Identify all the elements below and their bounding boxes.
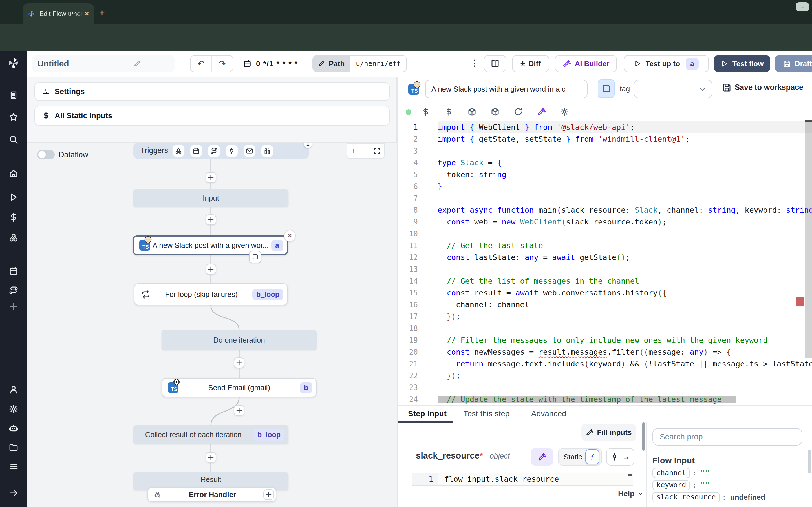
editor-toolbar-gear-icon[interactable] [560,107,569,116]
code-editor[interactable]: 1import { WebClient } from '@slack/web-a… [398,120,812,405]
trigger-poll-icon[interactable] [261,145,273,157]
undo-button[interactable]: ↶ [191,56,212,71]
node-step-a-selected[interactable]: TS A new Slack post with a given wor... … [133,235,288,255]
trigger-mail-icon[interactable] [244,145,255,157]
windmill-logo[interactable] [6,56,21,70]
editor-toolbar-ai-wand-icon[interactable] [537,107,546,116]
editor-toolbar-dollar-icon[interactable] [444,107,453,116]
node-do-one-iteration[interactable]: Do one iteration [161,330,317,350]
delete-node-icon[interactable]: ✕ [284,230,296,242]
insert-step-button[interactable] [206,452,216,463]
help-button[interactable]: Help [618,490,644,498]
sidebar-home-icon[interactable] [9,169,18,178]
test-up-to-button[interactable]: Test up to a [624,55,709,72]
more-options-kebab-icon[interactable]: ⋮ [470,58,479,68]
flow-input-prop-slack_resource[interactable]: slack_resource:undefined [652,492,765,502]
search-prop-input[interactable]: Search prop... [652,428,802,446]
test-up-to-step-badge[interactable]: a [686,58,699,70]
docs-book-button[interactable] [484,55,506,72]
editor-horizontal-scrollbar[interactable] [438,396,737,402]
prop-key[interactable]: channel [652,468,690,478]
triggers-bar[interactable]: Triggers 1 [133,143,309,159]
sidebar-variables-dollar-icon[interactable] [9,213,18,222]
editor-toolbar-package-icon[interactable] [467,107,476,116]
save-to-workspace-button[interactable]: Save to workspace [722,83,803,92]
props-scrollbar-thumb[interactable] [808,450,811,473]
expand-icon[interactable] [374,148,380,154]
add-error-handler-icon[interactable] [263,489,274,500]
edit-name-pencil-icon[interactable] [106,60,168,68]
redo-button[interactable]: ↷ [212,56,233,71]
javascript-expression-icon[interactable]: ƒ [585,449,599,464]
test-flow-button[interactable]: Test flow [714,55,770,72]
flow-graph-canvas[interactable]: Dataflow + − Triggers 1 Input TS A new S… [27,142,397,507]
all-static-inputs-card[interactable]: All Static Inputs [35,106,390,126]
path-control[interactable]: Path u/henri/eff [312,55,407,72]
sidebar-user-icon[interactable] [9,385,18,395]
diff-button[interactable]: ±Diff [512,55,549,72]
prop-key[interactable]: keyword [652,480,690,490]
sidebar-settings-gear-icon[interactable] [9,404,18,414]
sidebar-add-plus-icon[interactable] [9,302,18,311]
sidebar-runs-play-icon[interactable] [9,192,18,202]
tab-test-this-step[interactable]: Test this step [463,409,509,418]
step-summary-input[interactable]: A new Slack post with a given word in a … [425,80,588,98]
trigger-plug-icon[interactable] [226,145,238,157]
settings-card[interactable]: Settings [35,82,390,101]
node-collect-result[interactable]: Collect result of each iteration b_loop [133,425,289,444]
sidebar-routes-icon[interactable] [9,286,18,295]
new-tab-button[interactable]: + [99,7,105,18]
trigger-webhook-icon[interactable] [172,145,185,157]
zoom-out-icon[interactable]: − [362,147,367,156]
tab-search-chevron-icon[interactable]: ⌄ [796,2,809,11]
editor-vertical-scrollbar[interactable] [805,120,812,358]
trigger-calendar-icon[interactable] [190,145,202,157]
fill-inputs-button[interactable]: Fill inputs [581,424,636,441]
sidebar-logs-list-icon[interactable] [9,462,18,471]
input-mode-toggle[interactable]: Static ƒ [558,448,602,466]
schedule-control[interactable]: 0 */1 * * * * [243,55,298,72]
sidebar-resources-cubes-icon[interactable] [9,233,18,242]
insert-step-button[interactable] [234,357,245,368]
browser-tab[interactable]: Edit Flow u/henri/effective_un ✕ [22,3,94,24]
insert-step-button[interactable] [206,214,216,225]
insert-step-button[interactable] [206,172,216,183]
node-error-handler[interactable]: Error Handler [147,487,276,502]
path-value[interactable]: u/henri/eff [350,55,407,72]
path-label-segment[interactable]: Path [312,55,350,72]
node-send-email[interactable]: TS Send Email (gmail) b [161,378,317,397]
zoom-in-icon[interactable]: + [351,147,355,156]
stop-after-step-icon[interactable] [249,251,261,263]
tab-close-icon[interactable]: ✕ [84,10,90,18]
flow-input-prop-keyword[interactable]: keyword:"" [652,480,710,490]
panel-scrollbar-thumb[interactable] [642,422,645,451]
sidebar-favorites-star-icon[interactable] [9,112,18,122]
flow-name-field[interactable]: Untitled [32,55,174,72]
draft-button[interactable]: Draft [775,55,812,72]
tab-advanced[interactable]: Advanced [531,409,566,418]
connect-input-button[interactable]: → [606,448,635,466]
sidebar-schedules-calendar-icon[interactable] [9,266,18,276]
sidebar-folders-icon[interactable] [9,443,18,452]
dataflow-toggle[interactable] [37,150,55,159]
editor-toolbar-dollar-icon[interactable] [421,107,430,116]
insert-step-button[interactable] [234,405,245,416]
step-box-toggle-button[interactable] [598,79,615,98]
prop-key[interactable]: slack_resource [652,492,720,503]
tab-step-input[interactable]: Step Input [408,409,447,418]
tag-select[interactable] [634,80,712,98]
insert-step-button[interactable] [206,264,216,275]
editor-toolbar-package-icon[interactable] [491,107,500,116]
sidebar-search-icon[interactable] [9,135,18,145]
trigger-route-icon[interactable] [208,145,220,157]
node-for-loop[interactable]: For loop (skip failures) b_loop [134,283,288,305]
ai-builder-button[interactable]: AI Builder [555,55,617,72]
editor-toolbar-refresh-icon[interactable] [514,107,523,116]
expression-editor[interactable]: 1 flow_input.slack_resource [412,473,633,486]
sidebar-workers-robot-icon[interactable] [9,424,18,433]
ai-fill-button[interactable] [530,448,553,466]
node-input[interactable]: Input [133,189,289,207]
sidebar-workspace-icon[interactable] [9,91,18,100]
flow-input-prop-channel[interactable]: channel:"" [652,468,710,478]
sidebar-collapse-arrow-icon[interactable] [9,488,18,498]
